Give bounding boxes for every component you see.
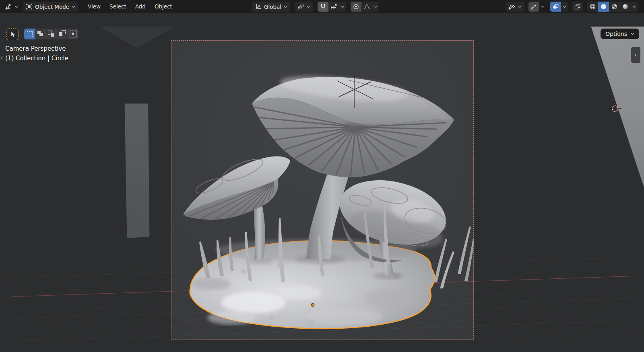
overlays-dropdown-button[interactable]: [561, 2, 568, 12]
proportional-editing-button[interactable]: [351, 2, 361, 12]
chevron-down-icon: [630, 33, 634, 35]
select-mode-intersect-button[interactable]: [68, 29, 78, 39]
gizmo-group: [528, 2, 546, 12]
mode-selector-dropdown[interactable]: Object Mode: [23, 2, 78, 12]
3d-viewport-editor-icon: [4, 3, 12, 10]
chevron-down-icon: [632, 6, 636, 8]
header-center-group: Global: [252, 0, 379, 13]
select-mode-set-button[interactable]: [24, 29, 35, 39]
orientation-global-icon: [255, 3, 262, 10]
shading-wireframe-button[interactable]: [587, 2, 598, 12]
proportional-edit-group: [351, 2, 379, 12]
gizmos-toggle-button[interactable]: [528, 2, 539, 12]
shading-rendered-button[interactable]: [620, 2, 631, 12]
shading-material-button[interactable]: [609, 2, 620, 12]
pivot-point-icon: [297, 3, 304, 10]
view-name-label: Camera Perspective: [5, 45, 66, 52]
chevron-down-icon: [341, 6, 345, 8]
toolshelf-expand-arrow[interactable]: ›: [0, 54, 3, 61]
chevron-down-icon: [563, 6, 566, 8]
chevron-down-icon: [307, 6, 310, 8]
select-set-icon: [27, 31, 33, 37]
snap-dropdown-button[interactable]: [339, 2, 346, 12]
menu-view[interactable]: View: [83, 2, 105, 12]
shading-rendered-icon: [622, 3, 629, 10]
transform-orientation-dropdown[interactable]: Global: [252, 2, 290, 12]
chevron-down-icon: [518, 6, 522, 8]
chevron-down-icon: [374, 6, 378, 8]
falloff-type-button[interactable]: [361, 2, 372, 12]
tweak-cursor-icon: [9, 31, 16, 37]
header-right-group: [506, 0, 638, 13]
gizmos-icon: [530, 3, 537, 10]
3d-cursor: [608, 101, 622, 116]
chevron-down-icon: [72, 6, 75, 8]
mode-selector-label: Object Mode: [35, 4, 69, 10]
sidebar-collapse-tab[interactable]: ‹: [631, 47, 640, 63]
blender-window: Camera Perspective (1) Collection | Circ…: [0, 0, 644, 352]
shading-solid-button[interactable]: [598, 2, 609, 12]
options-label: Options: [605, 31, 627, 37]
editor-type-button[interactable]: [3, 2, 19, 12]
chevron-down-icon: [541, 6, 545, 8]
shading-solid-icon: [600, 3, 607, 10]
active-tool-tweak-button[interactable]: [6, 28, 19, 40]
select-mode-group: [24, 29, 78, 39]
backdrop-plane-top-left[interactable]: [97, 27, 177, 48]
header-left-group: Object Mode View Select Add Object: [3, 0, 177, 13]
menu-bar: View Select Add Object: [83, 2, 177, 12]
menu-add[interactable]: Add: [131, 2, 150, 12]
snap-toggle-button[interactable]: [318, 2, 328, 12]
falloff-curve-icon: [363, 3, 370, 10]
shading-material-icon: [611, 3, 618, 10]
chevron-down-icon: [14, 6, 18, 8]
active-collection-label: (1) Collection | Circle: [5, 55, 68, 62]
select-mode-extend-button[interactable]: [35, 29, 46, 39]
snap-increment-icon: [330, 3, 337, 10]
falloff-dropdown-button[interactable]: [372, 2, 379, 12]
shading-mode-group: [587, 2, 638, 12]
object-mode-icon: [26, 3, 33, 10]
snap-control-group: [318, 2, 346, 12]
shading-dropdown-button[interactable]: [631, 2, 638, 12]
snap-magnet-icon: [320, 3, 326, 10]
object-visibility-dropdown[interactable]: [506, 2, 524, 12]
tool-header: [6, 28, 78, 40]
xray-toggle-button[interactable]: [572, 2, 583, 12]
xray-toggle-icon: [574, 3, 581, 10]
select-mode-subtract-button[interactable]: [46, 29, 57, 39]
snap-target-button[interactable]: [328, 2, 339, 12]
shading-wireframe-icon: [589, 3, 596, 10]
transform-orientation-label: Global: [264, 4, 281, 10]
pivot-point-dropdown[interactable]: [295, 2, 313, 12]
show-object-types-icon: [508, 3, 516, 10]
menu-select[interactable]: Select: [105, 2, 131, 12]
camera-frame-border: [171, 40, 474, 340]
viewport-header: Object Mode View Select Add Object: [0, 0, 644, 13]
chevron-left-icon: ‹: [634, 51, 637, 59]
viewport-3d[interactable]: Camera Perspective (1) Collection | Circ…: [0, 13, 644, 352]
options-button[interactable]: Options: [601, 29, 639, 39]
overlays-group: [550, 2, 568, 12]
menu-object[interactable]: Object: [150, 2, 177, 12]
overlays-toggle-button[interactable]: [550, 2, 561, 12]
overlays-icon: [552, 3, 559, 10]
gizmos-dropdown-button[interactable]: [539, 2, 546, 12]
chevron-down-icon: [284, 6, 287, 8]
select-mode-invert-button[interactable]: [57, 29, 68, 39]
backdrop-slab-left[interactable]: [124, 102, 150, 238]
proportional-editing-icon: [353, 3, 359, 10]
